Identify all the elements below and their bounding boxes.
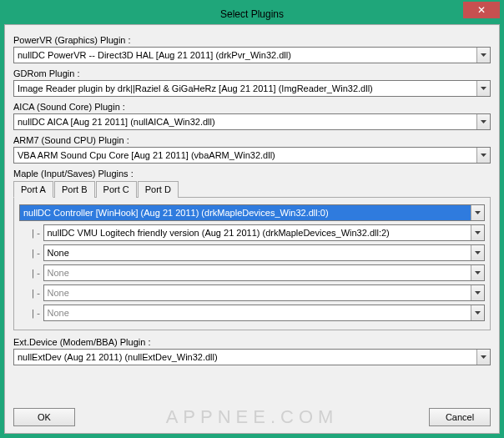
maple-tab-content: nullDC Controller [WinHook] (Aug 21 2011… (13, 198, 491, 330)
powervr-value: nullDC PowerVR -- Direct3D HAL [Aug 21 2… (18, 50, 476, 60)
maple-slot-combo[interactable]: nullDC VMU Logitech friendly version (Au… (43, 224, 486, 241)
content-area: PowerVR (Graphics) Plugin : nullDC Power… (4, 24, 500, 434)
tree-connector-icon: |- (19, 248, 42, 259)
maple-slot-combo[interactable]: nullDC Controller [WinHook] (Aug 21 2011… (19, 204, 485, 221)
maple-slot-row: nullDC Controller [WinHook] (Aug 21 2011… (19, 204, 485, 221)
maple-slot-row: |-None (19, 264, 485, 281)
maple-slot-row: |-None (19, 305, 485, 321)
extdev-combo[interactable]: nullExtDev (Aug 21 2011) (nullExtDev_Win… (13, 349, 491, 365)
maple-slot-combo: None (43, 305, 486, 321)
gdrom-combo[interactable]: Image Reader plugin by drk||Raziel & GiG… (13, 80, 491, 97)
maple-slot-row: |-None (19, 284, 485, 301)
chevron-down-icon (471, 225, 484, 240)
maple-slot-combo: None (43, 284, 486, 301)
arm7-value: VBA ARM Sound Cpu Core [Aug 21 2011] (vb… (18, 150, 476, 160)
maple-slot-value: None (48, 308, 471, 318)
extdev-value: nullExtDev (Aug 21 2011) (nullExtDev_Win… (18, 352, 476, 362)
arm7-combo[interactable]: VBA ARM Sound Cpu Core [Aug 21 2011] (vb… (13, 147, 491, 164)
tree-connector-icon: |- (19, 308, 42, 319)
tree-connector-icon: |- (19, 228, 42, 239)
tree-connector-icon: |- (19, 288, 42, 299)
tab-port-a[interactable]: Port A (13, 181, 53, 198)
aica-combo[interactable]: nullDC AICA [Aug 21 2011] (nullAICA_Win3… (13, 113, 491, 130)
maple-slot-value: None (48, 288, 471, 298)
tree-connector-icon: |- (19, 268, 42, 279)
chevron-down-icon (471, 305, 484, 320)
powervr-label: PowerVR (Graphics) Plugin : (13, 35, 491, 45)
chevron-down-icon (471, 285, 484, 300)
powervr-combo[interactable]: nullDC PowerVR -- Direct3D HAL [Aug 21 2… (13, 47, 491, 63)
ok-button[interactable]: OK (13, 408, 75, 426)
chevron-down-icon (476, 114, 490, 129)
maple-slot-combo[interactable]: None (43, 244, 486, 261)
maple-slot-row: |-None (19, 244, 485, 261)
cancel-button[interactable]: Cancel (429, 408, 491, 426)
close-button[interactable]: ✕ (463, 2, 500, 18)
maple-slot-value: nullDC VMU Logitech friendly version (Au… (48, 228, 471, 238)
maple-slot-value: None (48, 268, 471, 278)
chevron-down-icon (471, 265, 484, 280)
aica-label: AICA (Sound Core) Plugin : (13, 102, 491, 112)
extdev-label: Ext.Device (Modem/BBA) Plugin : (13, 337, 491, 347)
maple-slot-value: None (48, 248, 471, 258)
maple-label: Maple (Input/Saves) Plugins : (13, 169, 491, 179)
maple-slot-row: |-nullDC VMU Logitech friendly version (… (19, 224, 485, 241)
chevron-down-icon (476, 148, 490, 163)
titlebar: Select Plugins ✕ (4, 4, 500, 24)
gdrom-label: GDRom Plugin : (13, 68, 491, 78)
chevron-down-icon (471, 245, 484, 260)
gdrom-value: Image Reader plugin by drk||Raziel & GiG… (18, 83, 476, 93)
maple-tabs: Port APort BPort CPort D (13, 180, 491, 198)
chevron-down-icon (476, 48, 490, 63)
arm7-label: ARM7 (Sound CPU) Plugin : (13, 135, 491, 145)
tab-port-d[interactable]: Port D (138, 181, 179, 198)
window-title: Select Plugins (4, 8, 500, 20)
close-icon: ✕ (477, 4, 486, 16)
chevron-down-icon (471, 205, 484, 220)
tab-port-b[interactable]: Port B (54, 181, 95, 198)
button-row: OK Cancel (13, 408, 491, 426)
window-frame: Select Plugins ✕ PowerVR (Graphics) Plug… (0, 0, 504, 438)
chevron-down-icon (476, 350, 490, 365)
maple-slot-value: nullDC Controller [WinHook] (Aug 21 2011… (23, 208, 471, 218)
aica-value: nullDC AICA [Aug 21 2011] (nullAICA_Win3… (18, 117, 476, 127)
maple-slot-combo: None (43, 264, 486, 281)
chevron-down-icon (476, 81, 490, 96)
tab-port-c[interactable]: Port C (96, 181, 137, 198)
